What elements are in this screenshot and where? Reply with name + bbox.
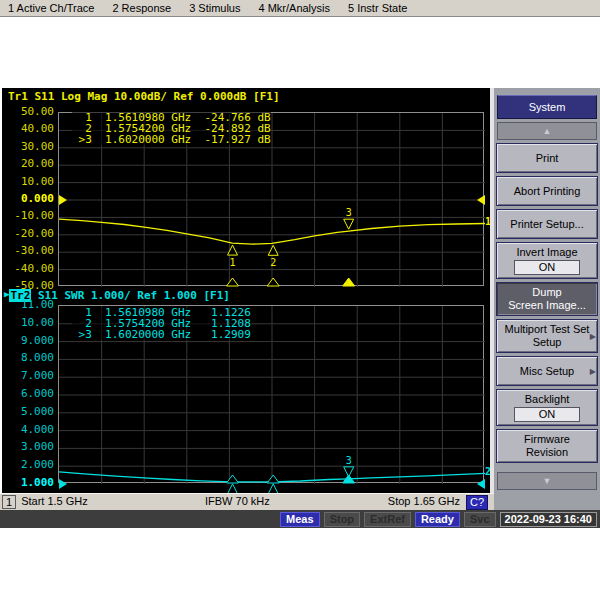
- ifbw-value[interactable]: IFBW 70 kHz: [205, 494, 270, 509]
- y-axis-tick-label: 30.00: [2, 141, 54, 153]
- taskbar-indicator-stop: Stop: [324, 512, 360, 527]
- scroll-up-icon: ▲: [543, 126, 552, 136]
- y-axis-tick-label: 3.000: [2, 441, 54, 453]
- y-axis-tick-label: 1.000: [2, 477, 54, 489]
- svg-text:2: 2: [270, 257, 276, 268]
- firmware-revision-button[interactable]: FirmwareRevision: [496, 429, 598, 463]
- y-axis-tick-label: 11.00: [2, 299, 54, 311]
- softkey-label: Dump: [499, 286, 595, 299]
- softkey-label: Multiport Test Set: [499, 323, 595, 336]
- softkey-label: Setup: [499, 336, 595, 349]
- menu-item-5[interactable]: 5 Instr State: [339, 0, 416, 16]
- svg-text:3: 3: [346, 455, 352, 466]
- softkey-list: PrintAbort PrintingPrinter Setup...Inver…: [496, 143, 598, 466]
- dump-screen-image-button[interactable]: DumpScreen Image...: [496, 282, 598, 316]
- svg-text:1: 1: [230, 257, 236, 268]
- y-axis-tick-label: -20.00: [2, 228, 54, 240]
- vna-screenshot-page: 1 Active Ch/Trace2 Response3 Stimulus4 M…: [0, 0, 600, 600]
- cal-status-badge: C?: [466, 495, 488, 510]
- taskbar-status-items: MeasStopExtRefReadySvc2022-09-23 16:40: [280, 512, 597, 527]
- marker-table-row: >3 1.6020000 GHz 1.2909: [72, 329, 251, 340]
- trace2-title-text: S11 SWR 1.000/ Ref 1.000 [F1]: [31, 289, 230, 302]
- scroll-down-icon: ▼: [543, 476, 552, 486]
- submenu-arrow-icon: ▶: [590, 330, 596, 343]
- menu-item-2[interactable]: 2 Response: [103, 0, 180, 16]
- y-axis-tick-label: 2.000: [2, 459, 54, 471]
- taskbar: MeasStopExtRefReadySvc2022-09-23 16:40: [0, 510, 600, 528]
- y-axis-tick-label: 10.00: [2, 176, 54, 188]
- softkey-sidebar: System ▲ PrintAbort PrintingPrinter Setu…: [494, 88, 600, 510]
- backlight-state: ON: [514, 407, 580, 422]
- softkey-label: Screen Image...: [499, 299, 595, 312]
- y-axis-tick-label: 0.000: [2, 193, 54, 205]
- trace2-marker-table: 1 1.5610980 GHz 1.1226 2 1.5754200 GHz 1…: [72, 307, 251, 340]
- y-axis-tick-label: -40.00: [2, 263, 54, 275]
- menu-item-1[interactable]: 1 Active Ch/Trace: [0, 0, 103, 16]
- y-axis-tick-label: 4.000: [2, 424, 54, 436]
- channel-number: 1: [2, 495, 16, 509]
- y-axis-tick-label: 5.000: [2, 406, 54, 418]
- backlight-button[interactable]: BacklightON: [496, 389, 598, 426]
- y-axis-tick-label: -10.00: [2, 210, 54, 222]
- taskbar-indicator-extref: ExtRef: [364, 512, 411, 527]
- invert-image-button[interactable]: Invert ImageON: [496, 242, 598, 279]
- trace1-marker-table: 1 1.5610980 GHz -24.766 dB 2 1.5754200 G…: [72, 112, 271, 145]
- softkey-label: Print: [499, 152, 595, 165]
- taskbar-indicator-svc: Svc: [464, 512, 496, 527]
- stop-frequency[interactable]: Stop 1.65 GHz: [388, 494, 460, 509]
- instrument-screen: Tr1 S11 Log Mag 10.00dB/ Ref 0.000dB [F1…: [2, 88, 490, 493]
- scroll-up-button[interactable]: ▲: [497, 122, 597, 140]
- softkey-menu-title: System: [497, 95, 597, 119]
- y-axis-tick-label: 10.00: [2, 317, 54, 329]
- print-button[interactable]: Print: [496, 143, 598, 173]
- datetime-display: 2022-09-23 16:40: [500, 512, 597, 527]
- y-axis-tick-label: 6.000: [2, 388, 54, 400]
- svg-text:3: 3: [346, 207, 352, 218]
- y-axis-tick-label: 9.000: [2, 335, 54, 347]
- misc-setup-button[interactable]: Misc Setup▶: [496, 356, 598, 386]
- menu-item-4[interactable]: 4 Mkr/Analysis: [249, 0, 339, 16]
- printer-setup-button[interactable]: Printer Setup...: [496, 209, 598, 239]
- status-bar: 1Start 1.5 GHz IFBW 70 kHz Stop 1.65 GHz…: [0, 493, 494, 510]
- taskbar-indicator-ready: Ready: [415, 512, 460, 527]
- softkey-label: Backlight: [499, 393, 595, 406]
- menu-bar: 1 Active Ch/Trace2 Response3 Stimulus4 M…: [0, 0, 600, 17]
- scroll-down-button[interactable]: ▼: [497, 472, 597, 490]
- menu-item-3[interactable]: 3 Stimulus: [180, 0, 249, 16]
- y-axis-tick-label: 8.000: [2, 352, 54, 364]
- softkey-label: Invert Image: [499, 246, 595, 259]
- y-axis-tick-label: 20.00: [2, 158, 54, 170]
- softkey-label: Misc Setup: [499, 365, 595, 378]
- multiport-test-set-setup-button[interactable]: Multiport Test SetSetup▶: [496, 319, 598, 353]
- invert-image-state: ON: [514, 260, 580, 275]
- y-axis-tick-label: -30.00: [2, 245, 54, 257]
- softkey-label: Printer Setup...: [499, 218, 595, 231]
- trace1-title: Tr1 S11 Log Mag 10.00dB/ Ref 0.000dB [F1…: [8, 90, 280, 103]
- start-frequency[interactable]: Start 1.5 GHz: [21, 494, 88, 509]
- taskbar-indicator-meas: Meas: [280, 512, 320, 527]
- abort-printing-button[interactable]: Abort Printing: [496, 176, 598, 206]
- marker-table-row: >3 1.6020000 GHz -17.927 dB: [72, 134, 271, 145]
- y-axis-tick-label: 7.000: [2, 370, 54, 382]
- softkey-label: Firmware: [499, 433, 595, 446]
- submenu-arrow-icon: ▶: [590, 365, 596, 378]
- y-axis-tick-label: 50.00: [2, 106, 54, 118]
- softkey-label: Abort Printing: [499, 185, 595, 198]
- y-axis-tick-label: 40.00: [2, 123, 54, 135]
- softkey-label: Revision: [499, 446, 595, 459]
